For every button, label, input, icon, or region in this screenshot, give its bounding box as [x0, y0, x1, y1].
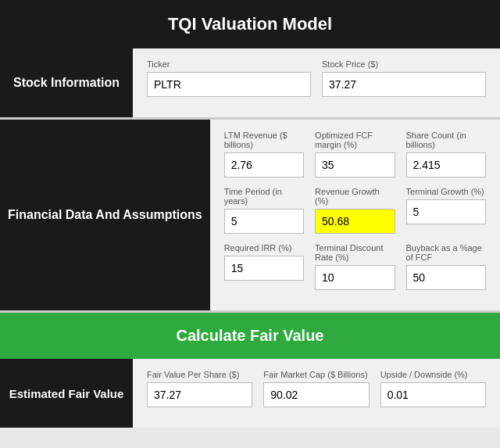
price-label: Stock Price ($): [322, 59, 486, 69]
growth-input[interactable]: [315, 209, 395, 234]
financial-section: Financial Data And Assumptions LTM Reven…: [0, 120, 500, 313]
fcf-label: Optimized FCF margin (%): [315, 131, 395, 149]
terminal-growth-input[interactable]: [406, 199, 486, 224]
upside-input[interactable]: [380, 382, 486, 407]
app-title: TQI Valuation Model: [0, 0, 500, 48]
share-count-input[interactable]: [406, 152, 486, 177]
growth-field: Revenue Growth (%): [315, 187, 395, 234]
terminal-growth-label: Terminal Growth (%): [406, 187, 486, 196]
fair-value-input[interactable]: [147, 382, 252, 407]
estimated-section: Estimated Fair Value Fair Value Per Shar…: [0, 359, 500, 428]
buyback-input[interactable]: [406, 265, 486, 290]
terminal-growth-field: Terminal Growth (%): [406, 187, 486, 234]
ltm-field: LTM Revenue ($ billions): [224, 131, 304, 177]
financial-row-2: Time Period (in years) Revenue Growth (%…: [224, 187, 486, 234]
growth-label: Revenue Growth (%): [315, 187, 395, 206]
market-cap-field: Fair Market Cap ($ Billions): [263, 370, 369, 407]
fair-value-label: Fair Value Per Share ($): [147, 370, 252, 379]
stock-field-row: Ticker Stock Price ($): [147, 59, 486, 97]
stock-section-label: Stock Information: [0, 48, 133, 117]
fcf-input[interactable]: [315, 152, 395, 177]
irr-field: Required IRR (%): [224, 243, 304, 290]
market-cap-input[interactable]: [263, 382, 369, 407]
estimated-section-content: Fair Value Per Share ($) Fair Market Cap…: [133, 359, 500, 428]
ltm-label: LTM Revenue ($ billions): [224, 131, 304, 149]
stock-section: Stock Information Ticker Stock Price ($): [0, 48, 500, 120]
discount-label: Terminal Discount Rate (%): [315, 243, 395, 262]
fair-value-field: Fair Value Per Share ($): [147, 370, 252, 407]
share-count-label: Share Count (in billions): [406, 131, 486, 149]
upside-label: Upside / Downside (%): [380, 370, 486, 379]
calculate-button[interactable]: Calculate Fair Value: [0, 313, 500, 359]
estimated-row: Fair Value Per Share ($) Fair Market Cap…: [147, 370, 486, 407]
financial-row-1: LTM Revenue ($ billions) Optimized FCF m…: [224, 131, 486, 177]
financial-row-3: Required IRR (%) Terminal Discount Rate …: [224, 243, 486, 290]
period-input[interactable]: [224, 209, 304, 234]
irr-input[interactable]: [224, 256, 304, 281]
share-count-field: Share Count (in billions): [406, 131, 486, 177]
price-field: Stock Price ($): [322, 59, 486, 97]
irr-label: Required IRR (%): [224, 243, 304, 253]
fcf-field: Optimized FCF margin (%): [315, 131, 395, 177]
market-cap-label: Fair Market Cap ($ Billions): [263, 370, 369, 379]
ticker-field: Ticker: [147, 59, 311, 97]
upside-field: Upside / Downside (%): [380, 370, 486, 407]
financial-section-content: LTM Revenue ($ billions) Optimized FCF m…: [210, 120, 500, 310]
price-input[interactable]: [322, 72, 486, 97]
ltm-input[interactable]: [224, 152, 304, 177]
discount-input[interactable]: [315, 265, 395, 290]
discount-field: Terminal Discount Rate (%): [315, 243, 395, 290]
buyback-field: Buyback as a %age of FCF: [406, 243, 486, 290]
stock-section-content: Ticker Stock Price ($): [133, 48, 500, 117]
financial-section-label: Financial Data And Assumptions: [0, 120, 210, 310]
estimated-section-label: Estimated Fair Value: [0, 359, 133, 428]
ticker-label: Ticker: [147, 59, 311, 69]
buyback-label: Buyback as a %age of FCF: [406, 243, 486, 262]
period-field: Time Period (in years): [224, 187, 304, 234]
period-label: Time Period (in years): [224, 187, 304, 206]
ticker-input[interactable]: [147, 72, 311, 97]
